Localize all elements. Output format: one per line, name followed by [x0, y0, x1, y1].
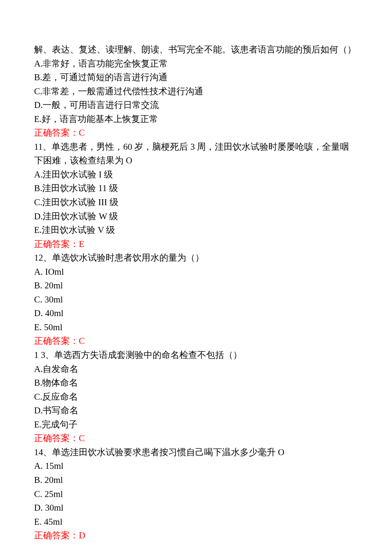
option-d: D. 40ml — [34, 306, 358, 320]
option-e: E.洼田饮水试验 V 级 — [34, 223, 358, 237]
option-c: C.洼田饮水试验 III 级 — [34, 195, 358, 209]
option-e: E.好，语言功能基本上恢复正常 — [34, 112, 358, 126]
option-b: B.物体命名 — [34, 376, 358, 390]
option-b: B.洼田饮水试验 11 级 — [34, 181, 358, 195]
option-a: A. IOml — [34, 265, 358, 279]
option-a: A. 15ml — [34, 459, 358, 473]
option-a: A.非常好，语言功能完全恢复正常 — [34, 57, 358, 71]
correct-answer: 正确答案：D — [34, 529, 358, 543]
question-stem: 解、表达、复述、读理解、朗读、书写完全不能。该患者语言功能的预后如何（） — [34, 43, 358, 57]
option-b: B.差，可通过简短的语言进行沟通 — [34, 70, 358, 84]
question-13: 1 3、单选西方失语成套测验中的命名检查不包括（） A.自发命名 B.物体命名 … — [34, 348, 358, 445]
question-11: 11、单选患者，男性，60 岁，脑梗死后 3 周，洼田饮水试验时屡屡呛咳，全量咽… — [34, 140, 358, 251]
correct-answer: 正确答案：C — [34, 126, 358, 140]
document-page: 解、表达、复述、读理解、朗读、书写完全不能。该患者语言功能的预后如何（） A.非… — [0, 0, 392, 555]
option-c: C. 30ml — [34, 293, 358, 307]
option-d: D. 30ml — [34, 501, 358, 515]
option-b: B. 20ml — [34, 279, 358, 293]
option-d: D.书写命名 — [34, 404, 358, 418]
correct-answer: 正确答案：C — [34, 431, 358, 445]
question-12: 12、单选饮水试验时患者饮用水的量为（） A. IOml B. 20ml C. … — [34, 251, 358, 348]
question-stem: 1 3、单选西方失语成套测验中的命名检查不包括（） — [34, 348, 358, 362]
option-a: A.洼田饮水试验 I 级 — [34, 168, 358, 182]
option-c: C. 25ml — [34, 487, 358, 501]
correct-answer: 正确答案：E — [34, 237, 358, 251]
question-stem: 12、单选饮水试验时患者饮用水的量为（） — [34, 251, 358, 265]
option-e: E. 45ml — [34, 515, 358, 529]
option-c: C.非常差，一般需通过代偿性技术进行沟通 — [34, 84, 358, 99]
option-d: D.洼田饮水试验 W 级 — [34, 209, 358, 224]
question-10: 解、表达、复述、读理解、朗读、书写完全不能。该患者语言功能的预后如何（） A.非… — [34, 43, 358, 140]
option-e: E.完成句子 — [34, 418, 358, 432]
question-stem: 11、单选患者，男性，60 岁，脑梗死后 3 周，洼田饮水试验时屡屡呛咳，全量咽… — [34, 140, 358, 168]
option-a: A.自发命名 — [34, 362, 358, 376]
correct-answer: 正确答案：C — [34, 334, 358, 348]
option-d: D.一般，可用语言进行日常交流 — [34, 98, 358, 112]
question-14: 14、单选洼田饮水试验要求患者按习惯自己喝下温水多少毫升 O A. 15ml B… — [34, 445, 358, 543]
option-b: B. 20ml — [34, 473, 358, 487]
question-stem: 14、单选洼田饮水试验要求患者按习惯自己喝下温水多少毫升 O — [34, 445, 358, 459]
option-c: C.反应命名 — [34, 390, 358, 404]
option-e: E. 50ml — [34, 320, 358, 334]
